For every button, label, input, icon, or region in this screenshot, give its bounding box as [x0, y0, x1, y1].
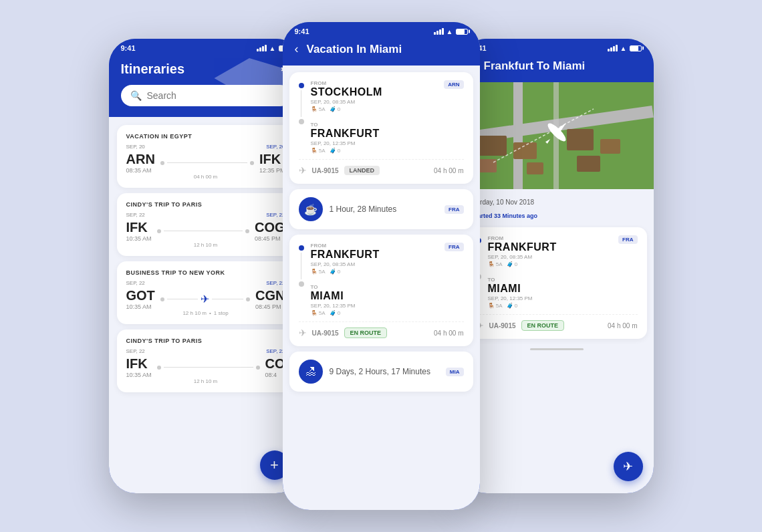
wifi-icon-2: ▲ [447, 28, 453, 35]
phone1-header: Itineraries ⚙ 🔍 [109, 55, 303, 117]
phone-itineraries: 9:41 ▲ Itineraries [109, 39, 303, 493]
flight-duration-2: 04 h 00 m [434, 329, 463, 337]
card-time-right-1: 08:45 PM [255, 235, 285, 242]
seg-info-2: From FRANKFURT SEP, 20, 08:35 AM 🪑 5A 🧳 … [311, 243, 464, 316]
status-bar-3: 9:41 ▲ [460, 39, 654, 55]
seg-to-meta-2: 🪑 5A 🧳 0 [311, 310, 464, 316]
phone3-to-label: To [488, 277, 638, 283]
route-line-0 [160, 161, 254, 165]
flight-map [460, 82, 654, 189]
phone3-flight-row: ✈ UA-9015 EN ROUTE 04 h 00 m [476, 314, 638, 331]
seg-info-1: From STOCKHOLM SEP, 20, 08:35 AM 🪑 5A 🧳 … [311, 80, 464, 154]
phone3-flight-duration: 04 h 00 m [608, 322, 637, 329]
layover-text-1: 1 Hour, 28 Minutes [330, 205, 438, 214]
phone3-body: Saturday, 10 Nov 2018 Departed 33 Minute… [460, 189, 654, 493]
stop-badge-2: 1 stop [214, 310, 229, 316]
signal-icon [257, 45, 267, 51]
plane-icon-route: ✈ [201, 293, 209, 305]
page-title-1: Itineraries [121, 61, 185, 77]
phone3-to-city: MIAMI [488, 283, 638, 295]
seg-from-label-2: From [311, 243, 380, 249]
scroll-indicator [530, 348, 584, 350]
seg-from-city-1: STOCKHOLM [311, 86, 382, 98]
seg-dot-from-2 [299, 245, 304, 251]
card-dates-0: SEP, 20 SEP, 20 [126, 144, 285, 150]
seg-to-meta-1: 🪑 5A 🧳 0 [311, 148, 464, 154]
layover-badge-1: FRA [444, 205, 463, 214]
phone3-from-city: FRANKFURT [488, 241, 557, 253]
segment-card-stockholm[interactable]: From STOCKHOLM SEP, 20, 08:35 AM 🪑 5A 🧳 … [289, 72, 473, 184]
back-button-2[interactable]: ‹ [295, 42, 299, 56]
itinerary-card-0[interactable]: VACATION IN EGYPT SEP, 20 SEP, 20 ARN 08… [117, 125, 295, 188]
flight-number-1: UA-9015 [312, 167, 339, 174]
phone2-header: ‹ Vacation In Miami [283, 38, 480, 65]
seg-from-meta-1: 🪑 5A 🧳 0 [311, 106, 382, 112]
route-code-right-0: IFK [259, 152, 285, 167]
itinerary-card-2[interactable]: BUSINESS TRIP TO NEW YORK SEP, 22 SEP, 2… [117, 261, 295, 324]
flight-tracker-button[interactable]: ✈ [614, 452, 643, 481]
route-code-left-1: IFK [126, 220, 152, 235]
seg-dot-to [299, 119, 304, 124]
itinerary-card-1[interactable]: CINDY'S TRIP TO PARIS SEP, 22 SEP, 22 IF… [117, 193, 295, 256]
route-code-left-2: GOT [126, 288, 155, 303]
status-time-1: 9:41 [121, 44, 136, 52]
card-route-0: ARN 08:35 AM IFK 12:35 PM [126, 152, 285, 174]
card-duration-0: 04 h 00 m [126, 174, 285, 180]
phone3-seg-info: From FRANKFURT SEP, 20, 08:35 AM 🪑 5A 🧳 … [488, 235, 638, 309]
svg-rect-10 [577, 156, 600, 172]
seg-airport-badge-2: FRA [444, 243, 463, 251]
route-dot-left [160, 161, 164, 165]
itinerary-card-3[interactable]: CINDY'S TRIP TO PARIS SEP, 22 SEP, 22 IF… [117, 329, 295, 392]
segment-card-frankfurt[interactable]: From FRANKFURT SEP, 20, 08:35 AM 🪑 5A 🧳 … [289, 235, 473, 346]
card-time-left-3: 10:35 AM [126, 372, 152, 378]
seg-from-date-1: SEP, 20, 08:35 AM [311, 99, 382, 105]
layover-icon-2: 🏖 [299, 360, 323, 384]
seg-from-to-1: From STOCKHOLM SEP, 20, 08:35 AM 🪑 5A 🧳 … [299, 80, 464, 154]
phone3-airport-badge: FRA [618, 235, 637, 244]
signal-icon-3 [608, 45, 618, 51]
seg-to-label-2: To [311, 284, 464, 290]
card-time-left-1: 10:35 AM [126, 235, 152, 242]
seg-to-date-1: SEP, 20, 12:35 PM [311, 140, 464, 146]
phone3-segment-card: From FRANKFURT SEP, 20, 08:35 AM 🪑 5A 🧳 … [467, 227, 647, 339]
search-icon: 🔍 [130, 90, 142, 101]
layover-text-2: 9 Days, 2 Hours, 17 Minutes [330, 367, 439, 376]
route-dash [167, 162, 247, 163]
card-dates-3: SEP, 22 SEP, 22 [126, 348, 285, 354]
status-bar-1: 9:41 ▲ [109, 39, 303, 55]
card-bottom-2: 12 h 10 m • 1 stop [126, 310, 285, 316]
phone3-from-meta: 🪑 5A 🧳 0 [488, 261, 557, 267]
seg-from-label-1: From [311, 80, 382, 86]
layover-badge-2: MIA [446, 368, 464, 376]
phone3-to-meta: 🪑 5A 🧳 0 [488, 303, 638, 309]
flight-number-2: UA-9015 [312, 329, 339, 337]
phone3-seg-from-to: From FRANKFURT SEP, 20, 08:35 AM 🪑 5A 🧳 … [476, 235, 638, 309]
map-svg [460, 82, 654, 189]
plane-fab-icon: ✈ [623, 459, 633, 474]
card-route-1: IFK 10:35 AM COG 08:45 PM [126, 220, 285, 242]
phone3-header: ‹ Frankfurt To Miami [460, 55, 654, 82]
seg-dot-line-1 [299, 80, 304, 124]
seg-vline-2 [301, 253, 302, 279]
card-date-left-1: SEP, 22 [126, 212, 145, 218]
seg-from-city-2: FRANKFURT [311, 249, 380, 261]
flight-plane-icon-1: ✈ [299, 165, 307, 176]
seg-dot-line-2 [299, 243, 304, 287]
card-title-2: BUSINESS TRIP TO NEW YORK [126, 269, 285, 276]
seg-from-meta-2: 🪑 5A 🧳 0 [311, 269, 380, 275]
route-line-1 [157, 229, 249, 233]
phone3-from-date: SEP, 20, 08:35 AM [488, 254, 557, 260]
wifi-icon: ▲ [269, 45, 276, 52]
route-code-right-1: COG [255, 220, 285, 235]
card-date-left-3: SEP, 22 [126, 348, 145, 354]
card-title-3: CINDY'S TRIP TO PARIS [126, 338, 285, 344]
phone3-from-label: From [488, 235, 557, 241]
flight-date: Saturday, 10 Nov 2018 [467, 196, 647, 207]
card-title-1: CINDY'S TRIP TO PARIS [126, 201, 285, 208]
seg-from-date-2: SEP, 20, 08:35 AM [311, 261, 380, 267]
signal-icon-2 [434, 28, 444, 35]
route-line-2: ✈ [160, 293, 250, 305]
route-dot-right [250, 161, 254, 165]
card-time-right-2: 08:45 PM [255, 303, 285, 310]
seg-dot-from [299, 83, 304, 88]
